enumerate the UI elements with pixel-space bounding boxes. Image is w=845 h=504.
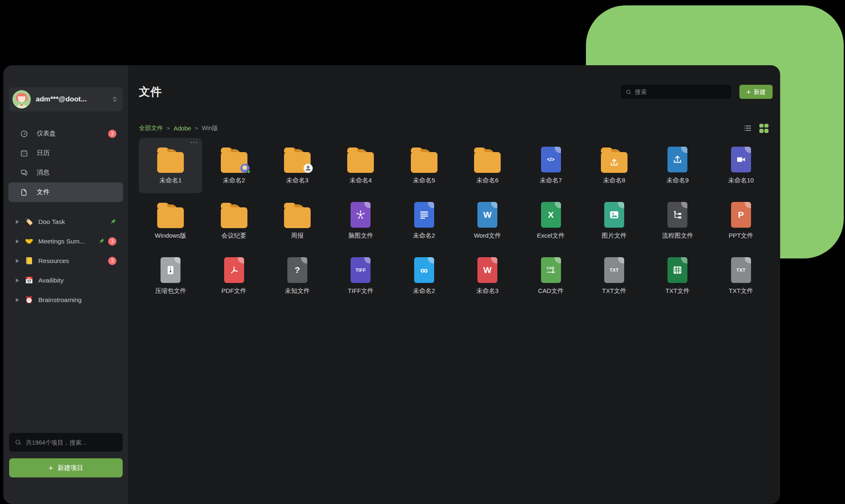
file-card[interactable]: 周报 (266, 193, 329, 248)
sidebar-item-dashboard[interactable]: 仪表盘3 (8, 124, 123, 143)
project-search-box[interactable] (9, 433, 123, 452)
file-card[interactable]: TIFFTIFF文件 (329, 248, 392, 304)
file-card[interactable]: PDF文件 (202, 248, 265, 304)
folder-icon (347, 152, 374, 173)
flow-file-icon (667, 202, 687, 228)
file-card[interactable]: </>未命名7 (519, 138, 582, 193)
avatar (12, 90, 31, 108)
file-icon-wrap (474, 144, 501, 174)
project-label: Doo Task (38, 218, 65, 226)
file-card[interactable]: 未命名5 (393, 138, 456, 193)
file-card[interactable]: W未命名3 (456, 248, 519, 304)
file-card[interactable]: 未命名8 (583, 138, 646, 193)
sidebar-project-item[interactable]: ⏰Brainstroaming (8, 290, 123, 310)
file-card[interactable]: 未命名9 (646, 138, 709, 193)
file-icon-wrap (284, 144, 311, 174)
letter-glyph: P (738, 210, 744, 220)
file-label: 压缩包文件 (155, 287, 186, 295)
file-icon-wrap: ∞ (414, 254, 434, 284)
file-card[interactable]: 未命名4 (329, 138, 392, 193)
file-card[interactable]: TXTTXT文件 (583, 248, 646, 304)
file-card[interactable]: 未命名10 (709, 138, 773, 193)
sidebar-item-calendar[interactable]: 日历 (8, 143, 123, 163)
file-card[interactable]: 未命名2 (393, 193, 456, 248)
page-background: adm***@doot... 仪表盘3日历消息文件 🏷️Doo Task🤝Mee… (0, 0, 845, 504)
file-card[interactable]: ∞未命名2 (393, 248, 456, 304)
grid-view-icon[interactable] (759, 124, 768, 133)
code-glyph: </> (547, 157, 555, 162)
file-card[interactable]: 会议纪要 (202, 193, 265, 248)
breadcrumb-separator: > (167, 125, 170, 131)
project-label: Availibity (38, 277, 64, 284)
sidebar-project-item[interactable]: 🏷️Doo Task (8, 212, 123, 231)
file-card[interactable]: CADCAD文件 (519, 248, 582, 304)
file-card[interactable]: 未命名6 (456, 138, 519, 193)
file-card[interactable]: ⋯未命名1 (139, 138, 202, 193)
file-card[interactable]: 压缩包文件 (139, 248, 202, 304)
sidebar-project-item[interactable]: 🤝Meetings Sum...3 (8, 231, 123, 251)
new-project-label: 新建项目 (58, 464, 84, 472)
breadcrumb-link[interactable]: Adobe (174, 125, 191, 132)
file-label: TIFF文件 (348, 287, 374, 295)
file-card[interactable]: TXT文件 (646, 248, 709, 304)
file-label: TXT文件 (729, 287, 753, 295)
file-card[interactable]: WWord文件 (456, 193, 519, 248)
new-file-button[interactable]: + 新建 (739, 85, 773, 99)
sidebar-item-files[interactable]: 文件 (8, 182, 123, 202)
folder-icon (221, 152, 247, 173)
letter-glyph: ? (295, 265, 300, 275)
file-label: TXT文件 (665, 287, 689, 295)
project-search-input[interactable] (26, 439, 117, 446)
project-emoji-icon: 🏷️ (25, 218, 33, 226)
file-search-box[interactable] (621, 85, 731, 99)
file-search-input[interactable] (635, 89, 726, 95)
mindmap-file-icon (351, 202, 371, 228)
new-project-button[interactable]: + 新建项目 (9, 458, 123, 477)
sidebar-item-label: 仪表盘 (37, 129, 56, 138)
lines-icon (418, 209, 430, 221)
file-card[interactable]: 未命名2 (202, 138, 265, 193)
lines-file-icon (414, 202, 434, 228)
file-label: 流程图文件 (662, 232, 693, 240)
expand-caret-icon[interactable] (16, 259, 19, 263)
list-view-icon[interactable] (743, 123, 752, 133)
file-card[interactable]: 未命名3 (266, 138, 329, 193)
file-card[interactable]: TXTTXT文件 (709, 248, 773, 304)
file-card[interactable]: PPPT文件 (709, 193, 773, 248)
letter-file-icon: X (541, 202, 561, 228)
page-fold (745, 202, 751, 208)
file-label: 未命名2 (413, 232, 435, 240)
file-icon-wrap (161, 254, 180, 284)
file-icon-wrap (351, 199, 371, 229)
project-emoji-icon: 🤝 (25, 237, 33, 245)
expand-caret-icon[interactable] (16, 220, 19, 224)
sidebar-item-messages[interactable]: 消息 (8, 163, 123, 182)
file-icon-wrap (601, 144, 628, 174)
expand-caret-icon[interactable] (16, 278, 19, 283)
file-label: 脑图文件 (348, 232, 373, 240)
sidebar-item-label: 日历 (37, 149, 49, 157)
sidebar-project-item[interactable]: 📅Availibity (8, 270, 123, 290)
files-icon (20, 188, 28, 197)
file-card[interactable]: 脑图文件 (329, 193, 392, 248)
file-card[interactable]: Windows版 (139, 193, 202, 248)
expand-caret-icon[interactable] (16, 298, 19, 302)
notification-badge: 3 (108, 237, 116, 246)
file-card[interactable]: XExcel文件 (519, 193, 582, 248)
file-label: 图片文件 (602, 232, 627, 240)
file-card[interactable]: ?未知文件 (266, 248, 329, 304)
new-file-label: 新建 (754, 88, 766, 96)
expand-caret-icon[interactable] (16, 239, 19, 243)
file-label: 未命名5 (413, 177, 435, 184)
user-account-card[interactable]: adm***@doot... (9, 87, 123, 111)
breadcrumb-link[interactable]: 全部文件 (139, 124, 163, 132)
file-label: 未命名2 (223, 177, 245, 184)
file-card[interactable]: 流程图文件 (646, 193, 709, 248)
table-file-icon (667, 257, 687, 283)
file-card[interactable]: 图片文件 (583, 193, 646, 248)
breadcrumb: 全部文件>Adobe>Win版 (139, 124, 218, 132)
file-label: CAD文件 (538, 287, 564, 295)
file-menu-dots[interactable]: ⋯ (190, 138, 198, 147)
file-label: 未命名10 (728, 177, 754, 184)
sidebar-project-item[interactable]: 📒Resources3 (8, 251, 123, 270)
